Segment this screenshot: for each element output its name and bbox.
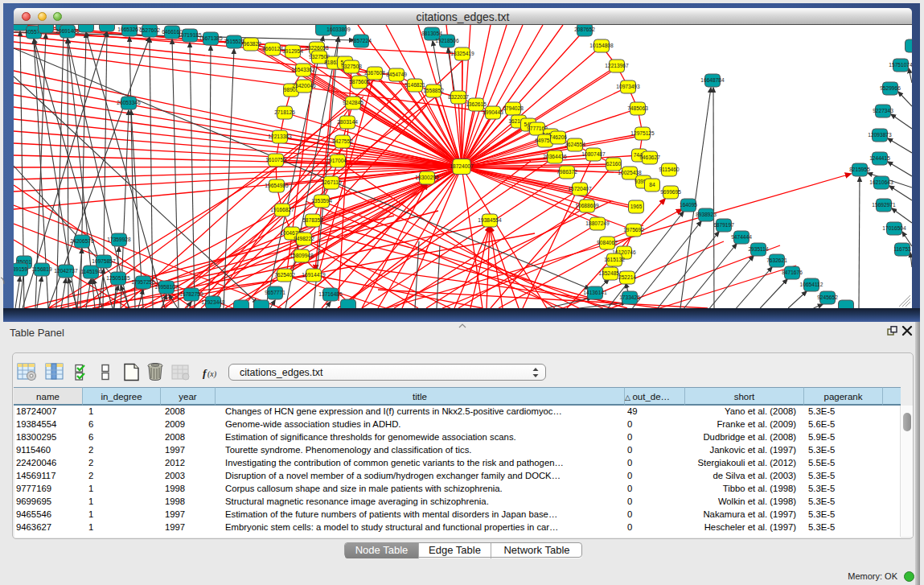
svg-text:8454749: 8454749 [386, 72, 407, 77]
svg-text:19166827: 19166827 [270, 207, 294, 212]
svg-text:6879197: 6879197 [713, 222, 734, 228]
svg-text:7515520: 7515520 [224, 39, 244, 44]
svg-text:10154808: 10154808 [589, 43, 614, 48]
svg-text:9227343: 9227343 [873, 108, 893, 113]
svg-text:3267110: 3267110 [321, 179, 342, 185]
svg-text:26053346: 26053346 [117, 100, 141, 105]
svg-text:23226058: 23226058 [305, 45, 329, 51]
svg-text:8471676: 8471676 [782, 270, 803, 275]
svg-text:13716485: 13716485 [318, 291, 343, 297]
svg-text:1156819: 1156819 [31, 266, 52, 272]
svg-text:17359928: 17359928 [107, 237, 131, 242]
svg-text:8990443: 8990443 [483, 109, 503, 115]
svg-text:18300295: 18300295 [415, 175, 439, 180]
svg-text:20691406: 20691406 [55, 28, 80, 34]
svg-text:5878352: 5878352 [302, 217, 323, 223]
svg-text:1965: 1965 [630, 204, 643, 209]
svg-text:7632621: 7632621 [766, 257, 787, 263]
svg-text:917004: 917004 [329, 158, 347, 163]
svg-text:62160: 62160 [606, 161, 622, 167]
svg-text:12923448: 12923448 [201, 299, 225, 305]
svg-text:116753: 116753 [893, 246, 911, 252]
svg-text:1975692: 1975692 [623, 227, 644, 233]
svg-text:10807487: 10807487 [581, 151, 606, 157]
svg-text:7485063: 7485063 [627, 105, 648, 111]
svg-text:10975857: 10975857 [92, 258, 116, 264]
svg-text:12093873: 12093873 [868, 132, 892, 138]
svg-text:84: 84 [649, 182, 655, 187]
svg-text:15809948: 15809948 [290, 253, 314, 258]
svg-text:12975125: 12975125 [630, 130, 655, 136]
svg-text:8427552: 8427552 [332, 138, 353, 144]
svg-text:7857224: 7857224 [351, 38, 372, 43]
svg-text:16033809: 16033809 [326, 27, 351, 32]
svg-text:17957255: 17957255 [131, 279, 155, 285]
svg-text:9084067: 9084067 [597, 240, 618, 245]
svg-text:9699695: 9699695 [660, 189, 681, 195]
svg-text:8215955: 8215955 [849, 167, 870, 172]
svg-text:24206576: 24206576 [70, 238, 94, 244]
svg-text:8660124: 8660124 [262, 46, 283, 51]
svg-text:1558852: 1558852 [423, 88, 444, 93]
svg-text:1610755: 1610755 [265, 157, 286, 163]
svg-text:18724007: 18724007 [450, 163, 474, 169]
svg-text:10973493: 10973493 [616, 84, 640, 89]
svg-text:9146821: 9146821 [405, 82, 425, 88]
svg-text:1362615: 1362615 [466, 101, 487, 107]
svg-text:9498222: 9498222 [294, 236, 314, 241]
svg-text:19654985: 19654985 [265, 183, 289, 188]
svg-text:7625402: 7625402 [274, 272, 295, 278]
svg-text:9529966: 9529966 [880, 85, 901, 91]
svg-text:746206: 746206 [549, 134, 567, 140]
svg-text:9245652: 9245652 [817, 295, 838, 300]
svg-text:2718126: 2718126 [274, 109, 295, 115]
svg-text:16648784: 16648784 [700, 77, 725, 83]
svg-text:10025438: 10025438 [618, 170, 642, 175]
svg-text:12213383: 12213383 [268, 134, 292, 139]
svg-text:10958107: 10958107 [154, 284, 179, 290]
svg-text:9463627: 9463627 [639, 154, 660, 160]
svg-text:7986372: 7986372 [556, 169, 577, 175]
svg-text:9327508: 9327508 [341, 64, 362, 69]
svg-text:10653267: 10653267 [117, 27, 142, 32]
svg-text:1615132: 1615132 [604, 257, 625, 262]
svg-text:(x): (x) [207, 369, 217, 379]
svg-text:8938923: 8938923 [696, 212, 717, 217]
svg-text:17016504: 17016504 [882, 225, 906, 231]
svg-text:9474444: 9474444 [731, 234, 752, 240]
svg-text:3912954: 3912954 [282, 48, 303, 54]
svg-text:15720407: 15720407 [568, 186, 592, 192]
svg-text:16914479: 16914479 [302, 272, 326, 278]
svg-text:14136141: 14136141 [583, 290, 607, 295]
svg-text:39159: 39159 [14, 266, 27, 272]
svg-text:10688609: 10688609 [575, 203, 599, 208]
svg-text:5875605: 5875605 [349, 79, 370, 84]
svg-text:1527602: 1527602 [139, 27, 160, 33]
svg-text:8813054: 8813054 [421, 31, 442, 36]
svg-text:19384554: 19384554 [478, 217, 502, 223]
svg-text:23420046: 23420046 [292, 83, 316, 89]
svg-text:9115460: 9115460 [659, 167, 680, 172]
svg-text:12213967: 12213967 [605, 63, 629, 68]
svg-text:16782759: 16782759 [179, 291, 203, 297]
svg-text:15692971: 15692971 [872, 202, 896, 208]
svg-text:2803144: 2803144 [337, 119, 358, 125]
svg-text:2087652: 2087652 [574, 27, 595, 32]
svg-text:2935114: 2935114 [748, 246, 769, 252]
svg-text:13325419: 13325419 [450, 51, 474, 56]
svg-text:10654112: 10654112 [800, 282, 823, 287]
svg-text:15751074: 15751074 [889, 62, 912, 68]
svg-text:6794028: 6794028 [503, 105, 524, 111]
svg-text:164095: 164095 [680, 202, 697, 208]
svg-text:2367608: 2367608 [364, 70, 385, 76]
svg-text:9242845: 9242845 [343, 100, 363, 105]
svg-text:18807249: 18807249 [585, 220, 610, 226]
svg-text:9657771: 9657771 [265, 290, 285, 295]
svg-text:16210643: 16210643 [869, 179, 893, 185]
svg-text:16671385: 16671385 [199, 35, 223, 41]
svg-text:8322037: 8322037 [448, 94, 469, 100]
svg-text:1145194: 1145194 [80, 269, 101, 274]
svg-text:16543362: 16543362 [291, 67, 315, 72]
svg-text:252214: 252214 [618, 274, 636, 280]
svg-text:12505185: 12505185 [106, 275, 130, 281]
